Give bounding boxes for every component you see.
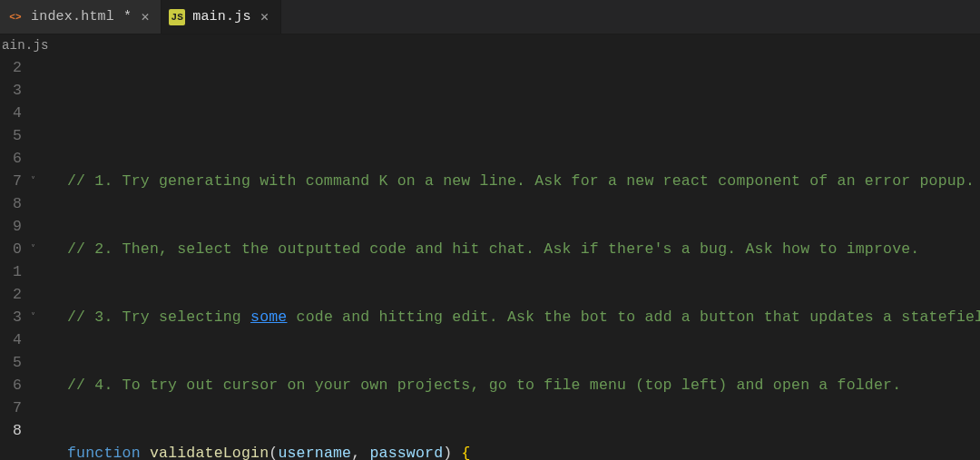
fold-marker [25,56,42,79]
line-number: 6 [0,374,22,396]
line-number: 0 [0,238,22,260]
tab-label: main.js [192,9,250,24]
fold-marker[interactable]: ˅ [25,238,42,260]
line-number-gutter: 23456789012345678 [0,56,25,460]
close-icon[interactable]: ✕ [139,8,152,25]
breadcrumb[interactable]: ain.js [0,34,980,56]
code-line: // 3. Try selecting some code and hittin… [67,306,980,328]
line-number: 2 [0,283,22,306]
fold-marker [25,102,42,124]
line-number: 8 [0,419,22,442]
code-line: // 1. Try generating with command K on a… [67,170,980,192]
fold-marker [25,328,42,351]
html-file-icon: <> [7,9,24,25]
code-line: // 4. To try out cursor on your own proj… [67,374,980,396]
fold-marker [25,351,42,374]
fold-marker [25,419,42,442]
fold-marker [25,396,42,419]
line-number: 2 [0,56,22,79]
fold-marker [25,192,42,215]
code-editor[interactable]: 23456789012345678 ˅˅˅ // 1. Try generati… [0,56,980,460]
tab-main-js[interactable]: JS main.js ✕ [162,0,280,34]
tab-dirty-indicator: * [122,9,132,24]
tab-label: index.html [31,9,114,24]
code-line [67,102,980,124]
line-number: 9 [0,215,22,238]
fold-marker [25,283,42,306]
code-area[interactable]: // 1. Try generating with command K on a… [42,56,980,460]
line-number: 6 [0,147,22,170]
code-line: function validateLogin(username, passwor… [67,442,980,460]
fold-gutter[interactable]: ˅˅˅ [25,56,42,460]
fold-marker [25,215,42,238]
fold-marker [25,374,42,396]
fold-marker[interactable]: ˅ [25,170,42,192]
line-number: 3 [0,306,22,328]
line-number: 5 [0,124,22,147]
breadcrumb-file: ain.js [2,38,49,53]
tab-bar: <> index.html * ✕ JS main.js ✕ [0,0,980,34]
fold-marker [25,79,42,102]
line-number: 4 [0,328,22,351]
tab-index-html[interactable]: <> index.html * ✕ [0,0,162,34]
fold-marker [25,147,42,170]
line-number: 1 [0,260,22,283]
fold-marker [25,260,42,283]
code-line: // 2. Then, select the outputted code an… [67,238,980,260]
line-number: 4 [0,102,22,124]
fold-marker [25,124,42,147]
line-number: 8 [0,192,22,215]
line-number: 7 [0,396,22,419]
line-number: 3 [0,79,22,102]
close-icon[interactable]: ✕ [259,8,271,25]
js-file-icon: JS [169,9,185,25]
link-some[interactable]: some [250,308,287,326]
line-number: 7 [0,170,22,192]
line-number: 5 [0,351,22,374]
fold-marker[interactable]: ˅ [25,306,42,328]
